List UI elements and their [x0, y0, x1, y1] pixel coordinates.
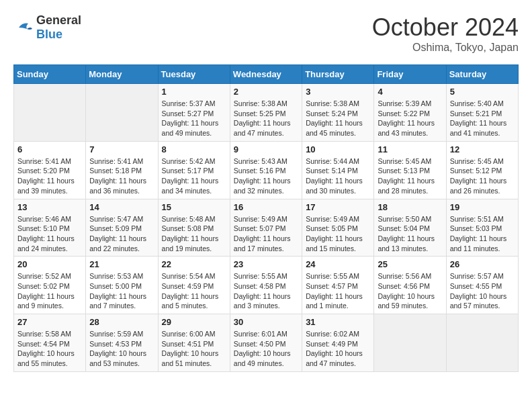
day-number: 30	[234, 317, 298, 327]
day-detail: Sunrise: 5:57 AM Sunset: 4:55 PM Dayligh…	[450, 271, 515, 311]
weekday-header-wednesday: Wednesday	[230, 65, 302, 84]
location: Oshima, Tokyo, Japan	[372, 42, 519, 54]
day-detail: Sunrise: 5:54 AM Sunset: 4:59 PM Dayligh…	[162, 271, 226, 311]
calendar-cell: 1Sunrise: 5:37 AM Sunset: 5:27 PM Daylig…	[158, 84, 230, 142]
calendar-cell: 11Sunrise: 5:45 AM Sunset: 5:13 PM Dayli…	[374, 141, 446, 199]
calendar-cell: 21Sunrise: 5:53 AM Sunset: 5:00 PM Dayli…	[86, 257, 158, 314]
week-row-4: 20Sunrise: 5:52 AM Sunset: 5:02 PM Dayli…	[14, 257, 519, 314]
day-detail: Sunrise: 5:46 AM Sunset: 5:10 PM Dayligh…	[17, 214, 82, 254]
calendar-cell: 23Sunrise: 5:55 AM Sunset: 4:58 PM Dayli…	[230, 257, 302, 314]
day-number: 5	[450, 87, 515, 97]
calendar-cell: 27Sunrise: 5:58 AM Sunset: 4:54 PM Dayli…	[14, 314, 86, 372]
day-number: 13	[17, 202, 82, 212]
day-number: 7	[89, 144, 154, 154]
calendar-cell: 24Sunrise: 5:55 AM Sunset: 4:57 PM Dayli…	[302, 257, 374, 314]
day-number: 10	[306, 144, 370, 154]
day-number: 11	[378, 144, 442, 154]
day-number: 15	[162, 202, 226, 212]
week-row-5: 27Sunrise: 5:58 AM Sunset: 4:54 PM Dayli…	[14, 314, 519, 372]
day-detail: Sunrise: 5:58 AM Sunset: 4:54 PM Dayligh…	[17, 329, 82, 369]
calendar-cell: 22Sunrise: 5:54 AM Sunset: 4:59 PM Dayli…	[158, 257, 230, 314]
weekday-header-sunday: Sunday	[14, 65, 86, 84]
calendar-cell: 16Sunrise: 5:49 AM Sunset: 5:07 PM Dayli…	[230, 199, 302, 257]
title-block: October 2024 Oshima, Tokyo, Japan	[372, 13, 519, 54]
day-number: 26	[450, 259, 515, 269]
logo-bird-icon	[13, 19, 34, 36]
weekday-header-friday: Friday	[374, 65, 446, 84]
page-header: General Blue October 2024 Oshima, Tokyo,…	[13, 13, 519, 54]
day-detail: Sunrise: 5:45 AM Sunset: 5:13 PM Dayligh…	[378, 156, 442, 196]
day-detail: Sunrise: 5:49 AM Sunset: 5:07 PM Dayligh…	[234, 214, 298, 254]
day-number: 21	[89, 259, 154, 269]
day-number: 4	[378, 87, 442, 97]
calendar-cell: 4Sunrise: 5:39 AM Sunset: 5:22 PM Daylig…	[374, 84, 446, 142]
day-number: 16	[234, 202, 298, 212]
day-detail: Sunrise: 6:02 AM Sunset: 4:49 PM Dayligh…	[306, 329, 370, 369]
day-detail: Sunrise: 5:43 AM Sunset: 5:16 PM Dayligh…	[234, 156, 298, 196]
day-detail: Sunrise: 5:59 AM Sunset: 4:53 PM Dayligh…	[89, 329, 154, 369]
calendar-cell: 12Sunrise: 5:45 AM Sunset: 5:12 PM Dayli…	[446, 141, 518, 199]
logo-general: General	[36, 13, 81, 27]
day-detail: Sunrise: 5:38 AM Sunset: 5:24 PM Dayligh…	[306, 99, 370, 138]
day-detail: Sunrise: 5:47 AM Sunset: 5:09 PM Dayligh…	[89, 214, 154, 254]
day-number: 12	[450, 144, 515, 154]
day-detail: Sunrise: 5:55 AM Sunset: 4:58 PM Dayligh…	[234, 271, 298, 311]
calendar-cell: 18Sunrise: 5:50 AM Sunset: 5:04 PM Dayli…	[374, 199, 446, 257]
calendar-cell: 30Sunrise: 6:01 AM Sunset: 4:50 PM Dayli…	[230, 314, 302, 372]
day-number: 14	[89, 202, 154, 212]
calendar-cell: 29Sunrise: 6:00 AM Sunset: 4:51 PM Dayli…	[158, 314, 230, 372]
calendar-cell: 10Sunrise: 5:44 AM Sunset: 5:14 PM Dayli…	[302, 141, 374, 199]
week-row-3: 13Sunrise: 5:46 AM Sunset: 5:10 PM Dayli…	[14, 199, 519, 257]
day-number: 3	[306, 87, 370, 97]
day-number: 2	[234, 87, 298, 97]
calendar-cell: 14Sunrise: 5:47 AM Sunset: 5:09 PM Dayli…	[86, 199, 158, 257]
day-detail: Sunrise: 5:56 AM Sunset: 4:56 PM Dayligh…	[378, 271, 442, 311]
day-number: 24	[306, 259, 370, 269]
day-number: 17	[306, 202, 370, 212]
calendar-table: SundayMondayTuesdayWednesdayThursdayFrid…	[13, 64, 519, 372]
day-detail: Sunrise: 5:37 AM Sunset: 5:27 PM Dayligh…	[162, 99, 226, 138]
weekday-header-tuesday: Tuesday	[158, 65, 230, 84]
month-year: October 2024	[372, 13, 519, 42]
calendar-cell: 6Sunrise: 5:41 AM Sunset: 5:20 PM Daylig…	[14, 141, 86, 199]
day-detail: Sunrise: 5:41 AM Sunset: 5:20 PM Dayligh…	[17, 156, 82, 196]
day-number: 6	[17, 144, 82, 154]
weekday-header-thursday: Thursday	[302, 65, 374, 84]
calendar-cell: 15Sunrise: 5:48 AM Sunset: 5:08 PM Dayli…	[158, 199, 230, 257]
calendar-cell: 20Sunrise: 5:52 AM Sunset: 5:02 PM Dayli…	[14, 257, 86, 314]
day-number: 23	[234, 259, 298, 269]
day-number: 29	[162, 317, 226, 327]
calendar-cell: 7Sunrise: 5:41 AM Sunset: 5:18 PM Daylig…	[86, 141, 158, 199]
weekday-header-row: SundayMondayTuesdayWednesdayThursdayFrid…	[14, 65, 519, 84]
day-detail: Sunrise: 5:50 AM Sunset: 5:04 PM Dayligh…	[378, 214, 442, 254]
day-number: 28	[89, 317, 154, 327]
calendar-cell: 28Sunrise: 5:59 AM Sunset: 4:53 PM Dayli…	[86, 314, 158, 372]
day-detail: Sunrise: 5:42 AM Sunset: 5:17 PM Dayligh…	[162, 156, 226, 196]
day-number: 18	[378, 202, 442, 212]
day-number: 27	[17, 317, 82, 327]
day-detail: Sunrise: 5:40 AM Sunset: 5:21 PM Dayligh…	[450, 99, 515, 138]
calendar-cell	[374, 314, 446, 372]
logo-text: General Blue	[36, 13, 81, 42]
calendar-cell	[446, 314, 518, 372]
day-number: 25	[378, 259, 442, 269]
calendar-cell: 2Sunrise: 5:38 AM Sunset: 5:25 PM Daylig…	[230, 84, 302, 142]
calendar-cell: 19Sunrise: 5:51 AM Sunset: 5:03 PM Dayli…	[446, 199, 518, 257]
calendar-cell: 17Sunrise: 5:49 AM Sunset: 5:05 PM Dayli…	[302, 199, 374, 257]
calendar-cell: 26Sunrise: 5:57 AM Sunset: 4:55 PM Dayli…	[446, 257, 518, 314]
calendar-cell: 13Sunrise: 5:46 AM Sunset: 5:10 PM Dayli…	[14, 199, 86, 257]
day-detail: Sunrise: 5:44 AM Sunset: 5:14 PM Dayligh…	[306, 156, 370, 196]
day-detail: Sunrise: 5:48 AM Sunset: 5:08 PM Dayligh…	[162, 214, 226, 254]
logo: General Blue	[13, 13, 81, 42]
calendar-cell: 9Sunrise: 5:43 AM Sunset: 5:16 PM Daylig…	[230, 141, 302, 199]
calendar-cell: 25Sunrise: 5:56 AM Sunset: 4:56 PM Dayli…	[374, 257, 446, 314]
day-detail: Sunrise: 5:38 AM Sunset: 5:25 PM Dayligh…	[234, 99, 298, 138]
calendar-cell: 31Sunrise: 6:02 AM Sunset: 4:49 PM Dayli…	[302, 314, 374, 372]
day-number: 8	[162, 144, 226, 154]
day-number: 19	[450, 202, 515, 212]
week-row-1: 1Sunrise: 5:37 AM Sunset: 5:27 PM Daylig…	[14, 84, 519, 142]
calendar-cell	[14, 84, 86, 142]
day-number: 9	[234, 144, 298, 154]
day-number: 20	[17, 259, 82, 269]
day-number: 22	[162, 259, 226, 269]
